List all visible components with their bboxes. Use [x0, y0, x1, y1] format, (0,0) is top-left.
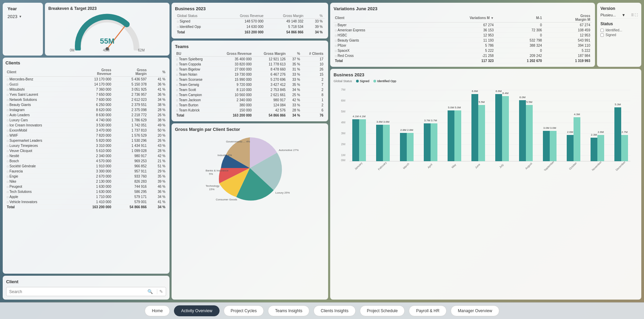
- svg-text:2.8M: 2.8M: [400, 128, 406, 132]
- table-row: □Team Campion10 560 0002 621 66125 %8: [175, 92, 325, 97]
- table-row: □Nike2 130 000826 28339 %: [5, 179, 167, 184]
- checkbox-identified[interactable]: [600, 29, 604, 32]
- table-row: □Team Nolan19 730 0006 467 27633 %15: [175, 72, 325, 77]
- year-label: Year: [7, 6, 17, 11]
- edit-icon[interactable]: ✎: [157, 289, 163, 294]
- svg-rect-56: [495, 94, 502, 161]
- version-chevron-icon: ▼: [622, 13, 625, 17]
- svg-text:1M: 1M: [341, 153, 345, 157]
- table-row: □Team Kubrick150 00042 57628 %6: [175, 108, 325, 113]
- bar-chart-area: 7M 6M 5M 4M 3M 2M 1M 0M: [334, 86, 638, 171]
- bar-jan-identified: [359, 119, 366, 161]
- table-row: □Team Gerwig9 720 0003 427 41235 %7: [175, 82, 325, 87]
- svg-text:4.1M: 4.1M: [359, 115, 366, 118]
- svg-text:November: November: [591, 161, 602, 171]
- svg-text:Governments ... 4%: Governments ... 4%: [226, 140, 250, 143]
- chevron-down-icon: ▾: [19, 14, 21, 19]
- svg-text:March: March: [402, 162, 410, 170]
- nav-home[interactable]: Home: [145, 305, 170, 316]
- table-row: □HSBC12 953012 953: [334, 33, 592, 38]
- gauge-value: 55M: [70, 37, 145, 46]
- search-icon[interactable]: 🔍: [147, 289, 153, 294]
- svg-text:February: February: [377, 161, 387, 171]
- table-row: □Auto Leaders8 630 0002 218 77226 %: [5, 112, 167, 118]
- variations-panel: Variations June 2023 Client Variations M…: [330, 3, 595, 67]
- signed-dot: [356, 80, 359, 82]
- search-bar[interactable]: 🔍 ✎: [6, 287, 166, 296]
- expand-icons[interactable]: ☰ ⛶: [631, 13, 638, 17]
- svg-rect-71: [567, 135, 574, 161]
- svg-text:5.5M: 5.5M: [526, 101, 532, 104]
- svg-text:Industry 4%: Industry 4%: [218, 154, 232, 157]
- svg-rect-31: [376, 125, 383, 161]
- table-row: □Team Coppola33 820 00011 778 61335 %10: [175, 62, 325, 67]
- nav-project-schedule[interactable]: Project Schedule: [360, 305, 405, 316]
- table-row: □Veuve Clicquot5 610 0001 099 02828 %: [5, 148, 167, 153]
- col-client: Client: [5, 67, 74, 77]
- nav-manager-overview[interactable]: Manager Overview: [451, 305, 499, 316]
- svg-rect-52: [478, 105, 485, 161]
- table-row: □Red Cross-21 258209 242187 984: [334, 53, 592, 58]
- legend-signed: Signed: [356, 79, 369, 83]
- nav-teams-insights[interactable]: Teams Insights: [268, 305, 309, 316]
- svg-text:May: May: [451, 163, 457, 169]
- nav-project-cycles[interactable]: Project Cycles: [224, 305, 264, 316]
- table-row: □Instagram8 620 0002 375 09828 %: [5, 107, 167, 112]
- clients-table: Client GrossRevenue GrossMargin % □Merce…: [5, 67, 167, 210]
- svg-text:July: July: [499, 163, 504, 169]
- svg-text:6.6M: 6.6M: [472, 90, 478, 93]
- table-row: □Team Jackson2 340 000980 91742 %1: [175, 97, 325, 103]
- svg-text:2M: 2M: [341, 142, 345, 146]
- svg-rect-32: [383, 125, 390, 161]
- svg-text:3.6M: 3.6M: [376, 120, 383, 123]
- svg-text:October: October: [568, 162, 578, 171]
- svg-rect-42: [431, 123, 437, 161]
- nav-payroll-hr[interactable]: Payroll & HR: [409, 305, 447, 316]
- year-selector[interactable]: 2023 ▾: [7, 14, 21, 19]
- table-row: □American Express36 15372 306108 459: [334, 28, 592, 33]
- svg-text:2.6M: 2.6M: [567, 131, 573, 134]
- svg-text:2.8M: 2.8M: [407, 128, 413, 132]
- svg-text:5%: 5%: [209, 172, 213, 176]
- table-row: □Beauty Giants11 193532 798543 991: [334, 38, 592, 43]
- table-row: □Signed148 570 00049 148 33233 %: [175, 19, 325, 24]
- pie-chart: Automotive 27% Luxury 25% Consumer Goods…: [199, 134, 301, 202]
- bottom-nav: Home Activity Overview Project Cycles Te…: [0, 302, 644, 319]
- svg-rect-46: [448, 110, 454, 161]
- svg-text:7M: 7M: [341, 88, 345, 91]
- clients-title: Clients: [5, 60, 167, 65]
- nav-clients-insights[interactable]: Clients Insights: [313, 305, 355, 316]
- svg-text:5.5M: 5.5M: [479, 101, 485, 104]
- version-title: Version: [600, 6, 638, 11]
- nav-activity-overview[interactable]: Activity Overview: [174, 305, 219, 316]
- global-status-label: Global Status: [334, 79, 352, 83]
- svg-text:3.0M: 3.0M: [543, 126, 549, 130]
- svg-text:4.1M: 4.1M: [353, 115, 359, 118]
- svg-text:6.0M: 6.0M: [519, 96, 526, 99]
- svg-text:15%: 15%: [218, 201, 223, 202]
- table-row: □Team Spielberg35 400 00012 921 12637 %1…: [175, 57, 325, 62]
- version-value[interactable]: Plusieu... ▼ ☰ ⛶: [600, 13, 638, 19]
- breakeven-title: Breakeven & Target 2023: [48, 6, 166, 11]
- business-table: Global Status Gross Revenue Gross Margin…: [175, 13, 325, 35]
- svg-text:Banks & Insurance: Banks & Insurance: [206, 169, 229, 172]
- chart-title: Business 2023: [334, 72, 638, 77]
- svg-text:4.3M: 4.3M: [574, 113, 580, 116]
- status-title: Status: [600, 21, 638, 26]
- version-panel: Version Plusieu... ▼ ☰ ⛶ Status Identifi…: [597, 3, 641, 67]
- table-row: □Supermarket Leaders5 820 0001 530 29626…: [5, 138, 167, 143]
- client-search-panel: Client 🔍 ✎: [3, 276, 170, 300]
- checkbox-signed[interactable]: [600, 33, 604, 37]
- svg-text:August: August: [525, 162, 533, 170]
- svg-text:September: September: [543, 160, 555, 171]
- svg-rect-76: [591, 138, 597, 161]
- bar-jan-signed: [352, 119, 359, 161]
- search-input[interactable]: [9, 289, 147, 294]
- teams-title: Teams: [175, 44, 325, 49]
- table-row: □ExxonMobil3 470 0001 737 81050 %: [5, 128, 167, 133]
- table-row: □Apple1 710 000579 17134 %: [5, 194, 167, 199]
- table-row: □Team Burton380 000124 08433 %2: [175, 103, 325, 108]
- business-title: Business 2023: [175, 6, 325, 11]
- svg-text:2.3M: 2.3M: [591, 133, 597, 136]
- svg-text:2.6M: 2.6M: [598, 131, 604, 134]
